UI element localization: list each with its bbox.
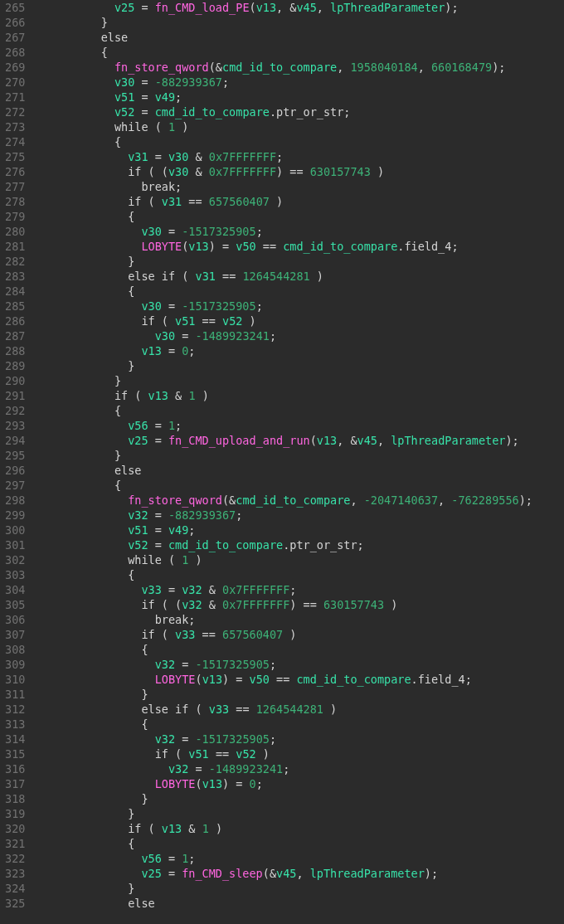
token-n: 1264544281 <box>256 703 323 716</box>
code-line[interactable]: v32 = -1517325905; <box>33 657 532 672</box>
code-line[interactable]: } <box>33 358 532 373</box>
code-line[interactable]: } <box>33 806 532 821</box>
code-line[interactable]: { <box>33 134 532 149</box>
token-p: ) <box>209 822 222 835</box>
code-line[interactable]: v32 = -1489923241; <box>33 761 532 776</box>
code-line[interactable]: v32 = -1517325905; <box>33 732 532 746</box>
token-v: v30 <box>155 329 175 343</box>
token-p: = <box>162 583 182 596</box>
token-n: 1 <box>188 389 195 402</box>
code-line[interactable]: if ( (v30 & 0x7FFFFFFF) == 630157743 ) <box>33 164 532 179</box>
token-f: fn_CMD_sleep <box>182 867 263 880</box>
token-v: v30 <box>114 75 134 89</box>
token-v: v33 <box>209 703 229 716</box>
code-line[interactable]: fn_store_qword(&cmd_id_to_compare, 19580… <box>33 60 532 75</box>
code-line[interactable]: } <box>33 448 532 463</box>
code-line[interactable]: else if ( v31 == 1264544281 ) <box>33 269 532 284</box>
token-p: { <box>114 479 121 492</box>
line-number: 316 <box>5 761 25 776</box>
token-p: , <box>337 61 350 74</box>
code-line[interactable]: { <box>33 478 532 493</box>
code-line[interactable]: break; <box>33 179 532 194</box>
code-line[interactable]: v25 = fn_CMD_sleep(&v45, lpThreadParamet… <box>33 866 532 881</box>
code-line[interactable]: else <box>33 30 532 45</box>
code-line[interactable]: while ( 1 ) <box>33 552 532 567</box>
code-line[interactable]: v13 = 0; <box>33 343 532 358</box>
line-number: 280 <box>5 224 25 239</box>
token-p: ); <box>445 1 458 14</box>
token-n: 0x7FFFFFFF <box>209 165 276 178</box>
code-line[interactable]: { <box>33 45 532 60</box>
code-line[interactable]: } <box>33 881 532 896</box>
token-k: while <box>128 553 162 567</box>
code-line[interactable]: { <box>33 642 532 657</box>
code-content[interactable]: v25 = fn_CMD_load_PE(v13, &v45, lpThread… <box>33 0 532 911</box>
code-line[interactable]: if ( v31 == 657560407 ) <box>33 194 532 209</box>
code-line[interactable]: fn_store_qword(&cmd_id_to_compare, -2047… <box>33 493 532 508</box>
token-p: & <box>202 583 222 596</box>
token-p: = <box>134 1 154 14</box>
code-line[interactable]: } <box>33 15 532 30</box>
code-line[interactable]: v52 = cmd_id_to_compare.ptr_or_str; <box>33 537 532 552</box>
code-line[interactable]: { <box>33 403 532 418</box>
code-line[interactable]: { <box>33 567 532 582</box>
code-line[interactable]: if ( v51 == v52 ) <box>33 746 532 761</box>
token-v: v32 <box>128 508 148 522</box>
token-k: else <box>128 897 155 910</box>
token-p: ; <box>270 329 276 343</box>
code-line[interactable]: v25 = fn_CMD_upload_and_run(v13, &v45, l… <box>33 433 532 448</box>
token-p: = <box>175 658 195 671</box>
code-line[interactable]: if ( v33 == 657560407 ) <box>33 627 532 642</box>
code-line[interactable]: v51 = v49; <box>33 90 532 105</box>
code-line[interactable]: if ( v13 & 1 ) <box>33 821 532 836</box>
token-v: v52 <box>128 538 148 552</box>
code-line[interactable]: v33 = v32 & 0x7FFFFFFF; <box>33 582 532 597</box>
code-line[interactable]: v25 = fn_CMD_load_PE(v13, &v45, lpThread… <box>33 0 532 15</box>
token-k: if <box>128 165 141 178</box>
code-line[interactable]: LOBYTE(v13) = 0; <box>33 776 532 791</box>
code-line[interactable]: v51 = v49; <box>33 523 532 537</box>
code-line[interactable]: while ( 1 ) <box>33 119 532 134</box>
code-line[interactable]: } <box>33 254 532 269</box>
code-line[interactable]: if ( v13 & 1 ) <box>33 388 532 403</box>
code-line[interactable]: { <box>33 717 532 732</box>
code-line[interactable]: v30 = -1489923241; <box>33 328 532 343</box>
token-v: v32 <box>182 583 202 596</box>
code-line[interactable]: else if ( v33 == 1264544281 ) <box>33 702 532 717</box>
code-line[interactable]: { <box>33 284 532 299</box>
code-line[interactable]: if ( v51 == v52 ) <box>33 314 532 328</box>
token-m: .ptr_or_str <box>283 538 357 552</box>
token-p: } <box>128 882 134 895</box>
token-v: cmd_id_to_compare <box>155 105 270 119</box>
token-n: 0x7FFFFFFF <box>222 598 289 611</box>
code-line[interactable]: } <box>33 791 532 806</box>
code-editor[interactable]: 2652662672682692702712722732742752762772… <box>0 0 564 911</box>
code-line[interactable]: break; <box>33 612 532 627</box>
code-line[interactable]: LOBYTE(v13) = v50 == cmd_id_to_compare.f… <box>33 239 532 254</box>
code-line[interactable]: v31 = v30 & 0x7FFFFFFF; <box>33 149 532 164</box>
token-v: v13 <box>256 1 276 14</box>
line-number: 270 <box>5 75 25 90</box>
token-p: } <box>128 807 134 820</box>
code-line[interactable]: { <box>33 209 532 224</box>
line-number: 281 <box>5 239 25 254</box>
code-line[interactable]: { <box>33 836 532 851</box>
code-line[interactable]: v30 = -882939367; <box>33 75 532 90</box>
code-line[interactable]: v52 = cmd_id_to_compare.ptr_or_str; <box>33 105 532 119</box>
code-line[interactable]: } <box>33 373 532 388</box>
token-p: ( <box>141 822 161 835</box>
code-line[interactable]: v56 = 1; <box>33 418 532 433</box>
code-line[interactable]: } <box>33 687 532 702</box>
code-line[interactable]: LOBYTE(v13) = v50 == cmd_id_to_compare.f… <box>33 672 532 687</box>
code-line[interactable]: v56 = 1; <box>33 851 532 866</box>
token-p: & <box>188 150 208 163</box>
code-line[interactable]: else <box>33 896 532 911</box>
line-number: 311 <box>5 687 25 702</box>
code-line[interactable]: if ( (v32 & 0x7FFFFFFF) == 630157743 ) <box>33 597 532 612</box>
token-v: v45 <box>357 434 377 447</box>
code-line[interactable]: v30 = -1517325905; <box>33 299 532 314</box>
code-line[interactable]: else <box>33 463 532 478</box>
line-number-gutter: 2652662672682692702712722732742752762772… <box>0 0 33 911</box>
code-line[interactable]: v32 = -882939367; <box>33 508 532 523</box>
code-line[interactable]: v30 = -1517325905; <box>33 224 532 239</box>
